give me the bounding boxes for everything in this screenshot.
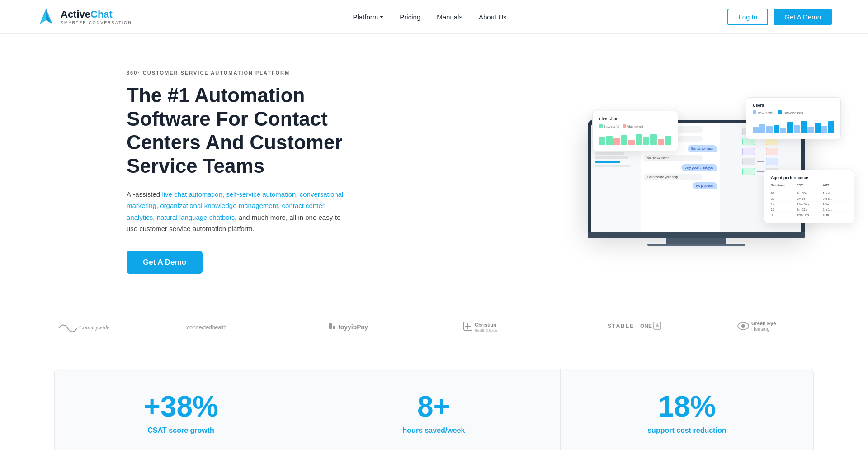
- chevron-down-icon: [380, 16, 383, 18]
- stat-hours-label: hours saved/week: [321, 426, 546, 435]
- logo-toyyibpay: toyyibPay: [328, 319, 392, 333]
- hero-left: 360° CUSTOMER SERVICE AUTOMATION PLATFOR…: [127, 70, 344, 274]
- svg-rect-6: [333, 326, 335, 329]
- logo-greeneyehousing: Green Eye Housing: [737, 319, 814, 333]
- login-button[interactable]: Log In: [727, 9, 768, 25]
- perf-row-2: 229m 5s8m 6...: [771, 196, 848, 202]
- svg-rect-5: [329, 323, 332, 329]
- users-panel-label: Users: [753, 103, 834, 108]
- stats-grid: +38% CSAT score growth 8+ hours saved/we…: [54, 369, 814, 450]
- link-self-service[interactable]: self-service automation: [226, 190, 296, 198]
- hero-description: AI-assisted live chat automation, self-s…: [127, 189, 344, 235]
- perf-row-4: 122m 21s2m 1...: [771, 207, 848, 213]
- svg-text:Green Eye: Green Eye: [751, 321, 776, 326]
- stat-cost: 18% support cost reduction: [561, 369, 813, 450]
- hero-section: 360° CUSTOMER SERVICE AUTOMATION PLATFOR…: [0, 34, 868, 301]
- svg-point-18: [741, 324, 745, 328]
- perf-row-5: 815m 36s18m...: [771, 213, 848, 218]
- link-live-chat[interactable]: live chat automation: [162, 190, 222, 198]
- stat-cost-number: 18%: [574, 392, 800, 421]
- logo-brand: ActiveChat: [61, 9, 132, 20]
- legend-dot-conv: [778, 110, 782, 114]
- logos-section: Countrywide :connectedhealth toyyibPay C…: [0, 301, 868, 351]
- logo-countrywide: Countrywide: [54, 319, 113, 333]
- hero-dashboard: Users New leads Conversations: [588, 97, 841, 246]
- get-demo-nav-button[interactable]: Get A Demo: [774, 9, 832, 25]
- svg-text:Christian: Christian: [475, 322, 496, 327]
- svg-text:Countrywide: Countrywide: [79, 324, 109, 331]
- stats-section: +38% CSAT score growth 8+ hours saved/we…: [0, 351, 868, 450]
- agent-performance-panel: Agent performance Sessions FRT ART 932m …: [764, 170, 854, 223]
- svg-text:STABLE: STABLE: [608, 323, 634, 329]
- stat-csat-number: +38%: [68, 392, 293, 421]
- logo-link[interactable]: ActiveChat SMARTER CONVERSATION: [36, 7, 132, 27]
- nav-manuals[interactable]: Manuals: [437, 13, 462, 21]
- svg-marker-16: [656, 323, 659, 327]
- stat-hours-number: 8+: [321, 392, 546, 421]
- main-nav: ActiveChat SMARTER CONVERSATION Platform…: [0, 0, 868, 34]
- hero-eyebrow: 360° CUSTOMER SERVICE AUTOMATION PLATFOR…: [127, 70, 344, 76]
- logo-christianhealth: Christian Health Choice: [463, 319, 535, 333]
- perf-row-1: 932m 50s1m 4...: [771, 191, 848, 196]
- logo-icon: [36, 7, 56, 27]
- stat-hours: 8+ hours saved/week: [307, 369, 560, 450]
- nav-actions: Log In Get A Demo: [727, 9, 832, 25]
- svg-text:toyyibPay: toyyibPay: [338, 323, 368, 331]
- nav-links: Platform Pricing Manuals About Us: [353, 13, 506, 21]
- stat-csat: +38% CSAT score growth: [55, 369, 307, 450]
- logo-stableone: STABLE ONE: [607, 319, 665, 333]
- logo-connectedhealth: :connectedhealth: [184, 319, 257, 333]
- svg-text:Housing: Housing: [751, 326, 769, 332]
- perf-row-3: 1412m 34s10m...: [771, 202, 848, 207]
- svg-text::connectedhealth: :connectedhealth: [185, 324, 226, 331]
- link-knowledge-mgmt[interactable]: organizational knowledge management: [160, 202, 278, 209]
- perf-panel-label: Agent performance: [771, 175, 848, 180]
- legend-dot-new: [753, 110, 756, 114]
- logo-sub: SMARTER CONVERSATION: [61, 20, 132, 25]
- stat-csat-label: CSAT score growth: [68, 426, 293, 435]
- perf-headers: Sessions FRT ART: [771, 184, 848, 189]
- link-chatbots[interactable]: natural language chatbots: [157, 213, 235, 221]
- live-chat-panel: Live Chat Successful Abandoned: [592, 111, 678, 151]
- svg-text:ONE: ONE: [640, 323, 652, 329]
- users-chart-panel: Users New leads Conversations: [746, 97, 841, 139]
- users-chart-bars: [753, 117, 834, 133]
- stat-cost-label: support cost reduction: [574, 426, 800, 435]
- get-demo-hero-button[interactable]: Get A Demo: [127, 251, 203, 274]
- nav-pricing[interactable]: Pricing: [400, 13, 420, 21]
- nav-platform[interactable]: Platform: [353, 13, 383, 21]
- nav-about[interactable]: About Us: [479, 13, 507, 21]
- svg-text:Health Choice: Health Choice: [475, 328, 498, 332]
- hero-title: The #1 Automation Software For Contact C…: [127, 84, 344, 178]
- chart-legend: New leads Conversations: [753, 110, 834, 114]
